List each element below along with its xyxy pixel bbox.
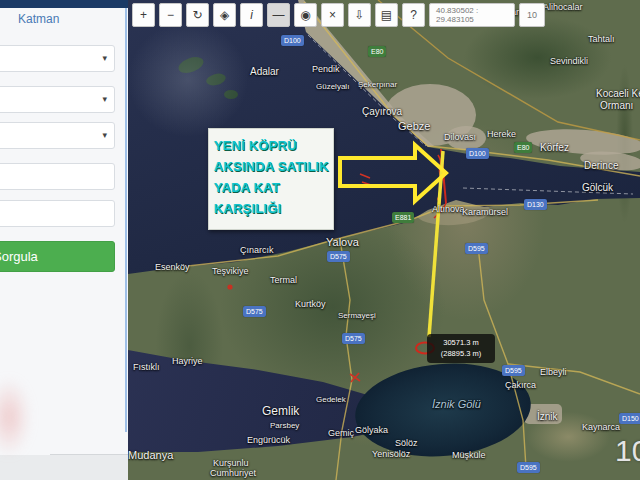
map-place-label: Engürücük [247,435,290,445]
chevron-down-icon: ▾ [102,130,107,140]
map-place-label: Sevindikli [550,56,588,66]
map-place-label: Güzelyalı [316,82,349,91]
map-place-label: Pendik [312,64,340,74]
filter-input-2[interactable] [0,200,115,227]
chevron-down-icon: ▾ [102,53,107,63]
map-place-label: Kaynarca [582,422,620,432]
map-place-label: Hereke [487,129,516,139]
map-place-label: Gemlik [262,404,299,418]
measure-line-button[interactable]: ― [267,3,290,27]
photo-smudge [0,378,30,456]
yellow-arrow [340,145,446,201]
map-place-label: Termal [270,275,297,285]
layer-sidebar: Katman ▾ ▾ ▾ Sorgula [0,0,128,480]
map-place-label: Müşküle [452,450,486,460]
sidebar-title: Katman [18,12,59,26]
refresh-button[interactable]: ↻ [186,3,209,27]
map-place-label: Yenisölöz [372,449,410,459]
download-button[interactable]: ⇩ [348,3,371,27]
measurement-segment: (28895.3 m) [429,348,493,359]
map-place-label: Kocaeli Kent [596,88,640,99]
full-extent-button[interactable]: × [321,3,344,27]
map-place-label: Kurtköy [295,299,326,309]
road-badge: D575 [243,306,266,317]
map-place-label: İznik [537,411,558,422]
map-place-label: Gebze [398,120,430,132]
sale-callout-box: YENİ KÖPRÜAKSINDA SATILIKYADA KATKARŞILI… [208,128,334,230]
zoom-out-button[interactable]: − [159,3,182,27]
query-button[interactable]: Sorgula [0,241,115,272]
sale-callout-line: YENİ KÖPRÜ [214,135,329,156]
map-place-label: Derince [584,160,618,171]
sidebar-edge-highlight [125,8,127,432]
layer-select-2[interactable]: ▾ [0,86,115,113]
road-badge: D130 [524,199,547,210]
red-mark [227,284,232,289]
map-place-label: Ormanı [600,100,633,111]
road-badge: D575 [327,251,350,262]
coordinates-readout: 40.830502 : 29.483105 [429,3,515,27]
road-badge: D575 [342,333,365,344]
map-place-label: Gedelek [316,395,346,404]
map-canvas[interactable] [128,0,640,480]
measurement-total: 30571.3 m [429,337,493,348]
page-number: 10 [615,434,640,468]
toolbar-buttons: +−↻◈i―◉×⇩▤? [132,3,425,27]
sidebar-top-strip [0,0,128,8]
road-badge: D595 [502,365,525,376]
map-place-label: Altınova [432,204,465,214]
road-badge: D100 [466,148,489,159]
map-place-label: Teşvikiye [212,266,249,276]
sidebar-footer [0,455,128,480]
road-badge: D100 [281,35,304,46]
print-button[interactable]: ▤ [375,3,398,27]
map-place-label: Adalar [250,66,279,77]
filter-input-1[interactable] [0,163,115,190]
center-position-button[interactable]: ◈ [213,3,236,27]
road-badge: D595 [465,243,488,254]
map-toolbar: +−↻◈i―◉×⇩▤? 40.830502 : 29.483105 10 [132,3,545,27]
road-badge: D595 [517,462,540,473]
visibility-button[interactable]: ◉ [294,3,317,27]
red-mark [360,174,371,185]
map-place-label: Dilovası [444,132,476,142]
map-place-label: Cumhuriyet [210,468,256,478]
map-place-label: Tahtalı [588,34,615,44]
map-place-label: Hayriye [172,356,203,366]
road-badge: E80 [368,46,386,57]
sale-callout-line: KARŞILIĞI [214,198,329,219]
map-place-label: Yalova [326,236,359,248]
map-annotation-layer [128,0,640,480]
measurement-tooltip: 30571.3 m (28895.3 m) [427,334,495,363]
map-place-label: Körfez [540,142,569,153]
layer-select-3[interactable]: ▾ [0,122,115,149]
layer-select-1[interactable]: ▾ [0,45,115,72]
map-place-label: İznik Gölü [432,398,481,410]
chevron-down-icon: ▾ [102,94,107,104]
road-badge: E881 [392,212,414,223]
map-place-label: Sölöz [395,438,418,448]
map-place-label: Çınarcık [240,245,274,255]
zoom-in-button[interactable]: + [132,3,155,27]
help-button[interactable]: ? [402,3,425,27]
map-place-label: Gölyaka [355,425,388,435]
road-badge: D150 [619,413,640,424]
map-place-label: Kurşunlu [213,458,249,468]
zoom-level-readout: 10 [519,3,545,27]
map-place-label: Sermayeşi [338,311,376,320]
road-badge: E80 [514,142,532,153]
sale-callout-line: YADA KAT [214,177,329,198]
map-place-label: Gemiç [328,428,354,438]
map-place-label: Elbeyli [540,367,567,377]
map-place-label: Çakırca [505,380,536,390]
map-place-label: Çayırova [362,106,402,117]
map-place-label: Parsbey [270,421,299,430]
map-place-label: Alihocalar [543,2,583,12]
map-place-label: Esenköy [155,262,190,272]
map-place-label: Karamürsel [462,207,508,217]
map-place-label: Mudanya [128,449,173,461]
map-place-label: Fıstıklı [133,362,160,372]
sale-callout-line: AKSINDA SATILIK [214,156,329,177]
map-place-label: Şekerpınar [358,80,397,89]
info-button[interactable]: i [240,3,263,27]
